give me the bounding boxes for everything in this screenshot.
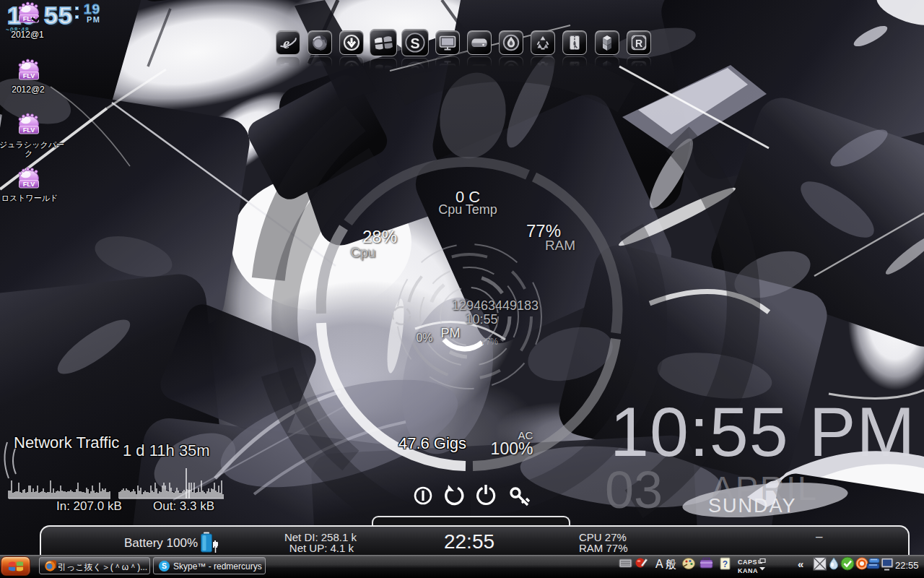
- svg-text:S: S: [162, 562, 167, 570]
- svg-text:CAPS: CAPS: [738, 558, 757, 566]
- svg-text:«: «: [798, 558, 803, 570]
- svg-text:R: R: [635, 38, 642, 49]
- svg-text:e: e: [283, 35, 289, 52]
- svg-text:KANA: KANA: [738, 567, 758, 574]
- svg-text:A: A: [655, 558, 663, 570]
- svg-text:?: ?: [723, 559, 728, 569]
- svg-text:S: S: [411, 35, 420, 51]
- svg-text:般: 般: [666, 558, 676, 570]
